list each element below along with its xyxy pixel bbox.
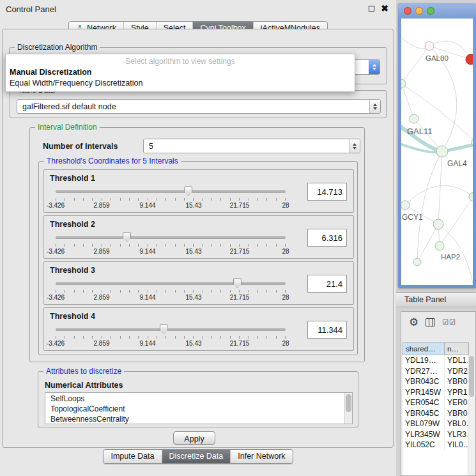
apply-button[interactable]: Apply (173, 431, 215, 445)
bottom-tab-bar: Impute DataDiscretize DataInfer Network (0, 449, 396, 464)
slider-thumb[interactable] (184, 186, 192, 196)
slider-track[interactable] (56, 190, 286, 193)
table-cell[interactable]: YIL0… (445, 440, 469, 450)
table-cell[interactable]: YPR1… (445, 387, 469, 398)
attribute-item-topologicalcoefficient[interactable]: TopologicalCoefficient (45, 404, 344, 414)
table-panel-title: Table Panel (396, 293, 476, 304)
table-cell[interactable]: YIL052C (403, 440, 445, 450)
columns-icon[interactable] (426, 318, 435, 326)
slider-track[interactable] (56, 282, 286, 285)
table-cell[interactable]: YER0… (445, 397, 469, 408)
slider-track[interactable] (56, 236, 286, 239)
table-cell[interactable]: YBR045C (403, 408, 445, 419)
table-cell[interactable]: YBL0… (445, 418, 469, 429)
table-cell[interactable]: YDR27… (403, 366, 445, 377)
tick-label: 28 (282, 294, 289, 301)
close-traffic-icon[interactable] (404, 7, 411, 15)
column-header[interactable]: shared… (403, 342, 445, 355)
table-cell[interactable]: YER054C (403, 397, 445, 408)
network-node[interactable] (466, 54, 473, 65)
threshold-box-threshold-3: Threshold 3-3.4262.8599.14415.4321.71528… (43, 261, 354, 305)
table-cell[interactable]: YDL19… (403, 355, 445, 366)
attribute-item-selfloops[interactable]: SelfLoops (45, 394, 344, 404)
network-node[interactable] (425, 42, 434, 50)
table-cell[interactable]: YBR043C (403, 376, 445, 387)
table-row[interactable]: YLR345WYLR3… (403, 429, 469, 440)
select-checkboxes-icon[interactable]: ☑☑ (442, 318, 456, 326)
scrollbar-thumb[interactable] (469, 356, 474, 397)
numerical-attributes-list[interactable]: SelfLoopsTopologicalCoefficientBetweenne… (45, 392, 353, 424)
table-scrollbar[interactable] (468, 355, 475, 475)
tab-infer-network[interactable]: Infer Network (230, 450, 292, 463)
zoom-traffic-icon[interactable] (427, 7, 434, 15)
titlebar: Control Panel ✖ (0, 0, 396, 18)
number-of-intervals-spinner[interactable]: 5 (143, 139, 360, 153)
slider-thumb[interactable] (233, 278, 242, 288)
table-row[interactable]: YBR045CYBR0… (403, 408, 469, 419)
network-node[interactable] (433, 219, 443, 229)
slider-thumb[interactable] (160, 324, 168, 334)
table-cell[interactable]: YBR0… (445, 376, 469, 387)
gear-icon[interactable]: ⚙ (409, 317, 418, 328)
number-of-intervals-value: 5 (144, 142, 349, 151)
slider-tick-labels: -3.4262.8599.14415.4321.71528 (56, 248, 286, 256)
algorithm-option-equal-width-frequency-discretization[interactable]: Equal Width/Frequency Discretization (6, 78, 355, 89)
tick-label: 9.144 (139, 294, 155, 301)
tick-label: 28 (282, 248, 289, 255)
minimize-traffic-icon[interactable] (415, 7, 423, 15)
table-row[interactable]: YDR27…YDR2… (403, 366, 469, 377)
table-data-combobox[interactable]: galFiltered.sif default node (17, 99, 381, 114)
table-cell[interactable]: YBL079W (403, 418, 445, 429)
table-cell[interactable]: YDR2… (445, 366, 469, 377)
threshold-value-field[interactable]: 11.344 (307, 321, 347, 339)
threshold-coordinates-group: Threshold's Coordinates for 5 Intervals … (38, 161, 358, 355)
scrollbar-thumb[interactable] (346, 394, 351, 412)
network-node-label: HAP2 (441, 253, 460, 261)
tab-impute-data[interactable]: Impute Data (104, 450, 161, 463)
close-icon[interactable]: ✖ (381, 5, 388, 12)
tick-label: -3.426 (47, 340, 65, 347)
window-controls: ✖ (369, 5, 388, 12)
slider-track[interactable] (56, 328, 286, 331)
table-row[interactable]: YDL19…YDL1… (403, 355, 469, 366)
arrow-down-icon (372, 68, 376, 70)
spinner-stepper-icon[interactable] (349, 139, 360, 153)
table-cell[interactable]: YLR345W (403, 429, 445, 440)
table-cell[interactable]: YLR3… (445, 429, 469, 440)
attribute-items: SelfLoopsTopologicalCoefficientBetweenne… (45, 394, 344, 424)
float-window-icon[interactable] (369, 6, 374, 12)
network-node[interactable] (401, 79, 406, 88)
tick-label: 15.43 (185, 202, 201, 209)
table-row[interactable]: YBR043CYBR0… (403, 376, 469, 387)
table-cell[interactable]: YBR0… (445, 408, 469, 419)
table-row[interactable]: YIL052CYIL0… (403, 440, 469, 450)
threshold-value-field[interactable]: 21.4 (307, 275, 347, 293)
tab-discretize-data[interactable]: Discretize Data (162, 450, 231, 463)
attribute-item-betweennesscentrality[interactable]: BetweennessCentrality (45, 414, 344, 424)
tick-label: 21.715 (230, 202, 250, 209)
network-node[interactable] (410, 114, 418, 123)
combobox-stepper-icon[interactable] (369, 60, 380, 74)
arrow-up-icon (372, 64, 376, 66)
tab-label: Infer Network (238, 452, 285, 461)
slider-thumb[interactable] (123, 232, 131, 242)
network-node[interactable] (435, 242, 444, 250)
threshold-value-field[interactable]: 6.316 (307, 229, 347, 247)
table-row[interactable]: YBL079WYBL0… (403, 418, 469, 429)
threshold-value-field[interactable]: 14.713 (307, 183, 347, 201)
network-node[interactable] (401, 201, 410, 210)
tab-label: Impute Data (111, 452, 154, 461)
combobox-stepper-icon[interactable] (369, 100, 380, 113)
table-row[interactable]: YPR145WYPR1… (403, 387, 469, 398)
algorithm-option-manual-discretization[interactable]: Manual Discretization (6, 67, 355, 78)
table-cell[interactable]: YPR145W (403, 387, 445, 398)
tick-label: 21.715 (230, 340, 250, 347)
table-cell[interactable]: YDL1… (445, 355, 469, 366)
network-node[interactable] (436, 146, 448, 157)
network-canvas[interactable]: GAL80GAL11GAL4GCY1HAP2 (401, 19, 473, 285)
network-node-label: GAL4 (447, 159, 467, 168)
table-row[interactable]: YER054CYER0… (403, 397, 469, 408)
column-header[interactable]: n… (445, 342, 469, 355)
attributes-scrollbar[interactable] (344, 393, 352, 424)
network-node[interactable] (413, 258, 421, 266)
